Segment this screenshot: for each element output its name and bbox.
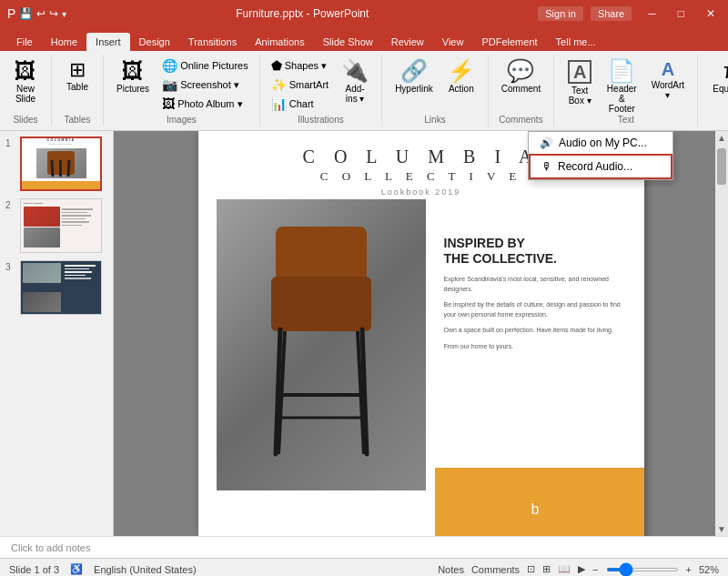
svg-rect-0 [276, 227, 367, 281]
tab-design[interactable]: Design [130, 33, 179, 51]
header-footer-button[interactable]: 📄 Header& Footer [602, 56, 642, 117]
online-pictures-icon: 🌐 [162, 58, 177, 73]
equation-button[interactable]: π Equation ▾ [705, 56, 728, 107]
sign-in-button[interactable]: Sign in [538, 6, 583, 21]
slide-lookbook: Lookbook 2019 [198, 187, 644, 197]
ribbon-group-illustrations: ⬟ Shapes ▾ ✨ SmartArt 📊 Chart 🔌 Add-ins … [260, 55, 382, 126]
notes-button[interactable]: Notes [438, 564, 464, 575]
text-group-label: Text [618, 115, 634, 125]
photo-album-button[interactable]: 🖼 Photo Album ▾ [158, 95, 252, 113]
chart-button[interactable]: 📊 Chart [268, 95, 332, 113]
slide-info: Slide 1 of 3 [9, 564, 59, 575]
new-slide-button[interactable]: 🖼 NewSlide [7, 56, 44, 107]
illustrations-items: ⬟ Shapes ▾ ✨ SmartArt 📊 Chart 🔌 Add-ins … [268, 56, 374, 138]
record-audio-icon: 🎙 [541, 160, 552, 173]
online-pictures-button[interactable]: 🌐 Online Pictures [158, 56, 252, 75]
screenshot-icon: 📷 [162, 77, 177, 92]
zoom-out-icon[interactable]: − [592, 564, 598, 575]
zoom-in-icon[interactable]: + [686, 564, 692, 575]
slide-number-2: 2 [5, 200, 16, 210]
tab-transitions[interactable]: Transitions [179, 33, 246, 51]
window-controls: Sign in Share ─ □ ✕ [538, 5, 721, 22]
tab-insert[interactable]: Insert [86, 33, 130, 51]
action-button[interactable]: ⚡ Action [442, 56, 480, 97]
notes-bar[interactable]: Click to add notes [0, 536, 728, 558]
tab-review[interactable]: Review [382, 33, 433, 51]
comment-button[interactable]: 💬 Comment [496, 56, 546, 97]
slide-thumb-2[interactable]: 2 Table of Contents [5, 198, 107, 253]
smartart-button[interactable]: ✨ SmartArt [268, 76, 332, 94]
slide-panel: 1 COLUMBIA COLLECTIVE 2 [0, 131, 114, 536]
chart-icon: 📊 [271, 96, 287, 111]
tab-home[interactable]: Home [42, 33, 86, 51]
tab-file[interactable]: File [7, 33, 42, 51]
slide-number-1: 1 [5, 138, 16, 148]
tab-view[interactable]: View [433, 33, 473, 51]
slideshow-icon[interactable]: ▶ [578, 563, 585, 575]
quick-access-save[interactable]: 💾 [19, 7, 33, 20]
close-button[interactable]: ✕ [701, 5, 721, 22]
slide-right-content: INSPIRED BYTHE COLLECTIVE. Explore Scand… [444, 236, 626, 357]
audio-dropdown: 🔊 Audio on My PC... 🎙 Record Audio... [528, 131, 673, 180]
window-title: Furniture.pptx - PowerPoint [66, 7, 538, 20]
status-left: Slide 1 of 3 ♿ English (United States) [9, 563, 197, 575]
slide-body-2: Be inspired by the details of culture, d… [444, 299, 626, 319]
screenshot-button[interactable]: 📷 Screenshot ▾ [158, 76, 252, 94]
hyperlink-icon: 🔗 [400, 60, 428, 82]
slide-image-1[interactable]: COLUMBIA COLLECTIVE [20, 136, 102, 191]
normal-view-icon[interactable]: ⊡ [527, 563, 535, 575]
ribbon-group-tables: ⊞ Table Tables [52, 55, 104, 126]
comment-icon: 💬 [507, 60, 534, 82]
scroll-down-arrow[interactable]: ▼ [717, 524, 726, 534]
textbox-button[interactable]: A TextBox ▾ [561, 56, 598, 109]
addins-button[interactable]: 🔌 Add-ins ▾ [336, 56, 374, 107]
textbox-icon: A [568, 60, 592, 84]
wordart-icon: A [662, 60, 674, 78]
tab-tellme[interactable]: Tell me... [547, 33, 605, 51]
new-slide-icon: 🖼 [15, 60, 36, 82]
audio-on-my-pc-item[interactable]: 🔊 Audio on My PC... [529, 132, 672, 154]
main-area: 1 COLUMBIA COLLECTIVE 2 [0, 131, 728, 536]
slide-body-4: From our home to yours. [444, 341, 626, 351]
ribbon-group-symbols: π Equation ▾ Ω Symbols [698, 55, 728, 126]
slide-image-2[interactable]: Table of Contents [20, 198, 102, 253]
reading-view-icon[interactable]: 📖 [558, 563, 571, 575]
quick-access-undo[interactable]: ↩ [36, 7, 46, 20]
ribbon-group-slides: 🖼 NewSlide Slides [0, 55, 52, 126]
chair-svg [262, 222, 380, 468]
wordart-button[interactable]: A WordArt ▾ [645, 56, 690, 104]
share-button[interactable]: Share [591, 6, 632, 21]
maximize-button[interactable]: □ [672, 5, 690, 22]
shapes-button[interactable]: ⬟ Shapes ▾ [268, 56, 332, 75]
addins-icon: 🔌 [341, 60, 369, 82]
header-footer-icon: 📄 [608, 60, 635, 82]
zoom-level[interactable]: 52% [699, 564, 719, 575]
tab-slideshow[interactable]: Slide Show [314, 33, 382, 51]
quick-access-redo[interactable]: ↪ [49, 7, 58, 20]
scrollbar-thumb[interactable] [717, 148, 726, 185]
tab-pdfelement[interactable]: PDFelement [472, 33, 546, 51]
scroll-up-arrow[interactable]: ▲ [717, 133, 726, 143]
slide-1-content: C O L U M B I A C O L L E C T I V E Look… [198, 131, 644, 536]
ribbon-area: 🖼 NewSlide Slides ⊞ Table Tables 🖼 Pictu… [0, 51, 728, 131]
app-icon: P [7, 6, 15, 21]
tab-animations[interactable]: Animations [246, 33, 313, 51]
slide-image-3[interactable] [20, 260, 102, 315]
zoom-slider[interactable] [606, 568, 679, 571]
hyperlink-button[interactable]: 🔗 Hyperlink [389, 56, 439, 97]
slide-thumb-3[interactable]: 3 [5, 260, 107, 315]
slide-logo: b [531, 501, 540, 518]
record-audio-item[interactable]: 🎙 Record Audio... [529, 154, 672, 179]
notes-placeholder: Click to add notes [11, 542, 90, 553]
slide-thumb-1[interactable]: 1 COLUMBIA COLLECTIVE [5, 136, 107, 191]
vertical-scrollbar[interactable]: ▲ ▼ [715, 131, 728, 536]
smartart-icon: ✨ [271, 77, 287, 92]
photo-album-icon: 🖼 [162, 96, 175, 111]
ribbon-group-text: A TextBox ▾ 📄 Header& Footer A WordArt ▾… [554, 55, 698, 126]
minimize-button[interactable]: ─ [642, 5, 662, 22]
pictures-button[interactable]: 🖼 Pictures [111, 56, 155, 97]
comments-button[interactable]: Comments [471, 564, 520, 575]
slide-sorter-icon[interactable]: ⊞ [542, 563, 551, 575]
table-button[interactable]: ⊞ Table [59, 56, 96, 96]
ribbon-group-links: 🔗 Hyperlink ⚡ Action Links [382, 55, 489, 126]
